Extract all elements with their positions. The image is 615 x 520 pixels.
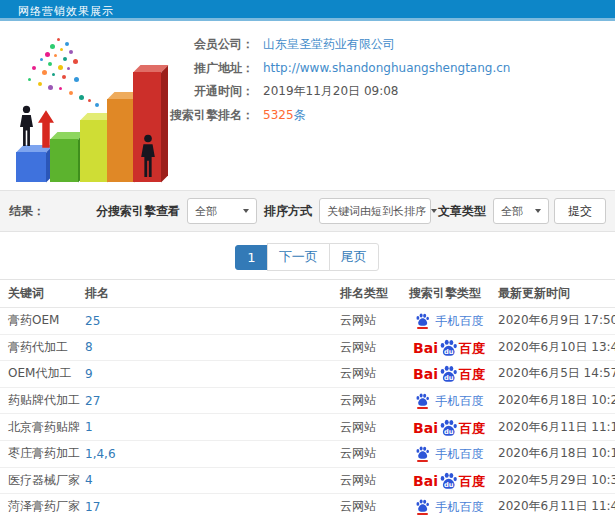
table-row: 医疗器械厂家4云网站Bai du 百度2020年5月29日 10:32	[0, 467, 615, 494]
red-underline	[417, 513, 428, 515]
confetti-dot	[28, 78, 31, 81]
svg-text:du: du	[444, 374, 454, 382]
updated-cell: 2020年5月29日 10:32	[493, 467, 615, 494]
confetti-dot	[45, 52, 50, 57]
submit-button[interactable]: 提交	[554, 198, 606, 224]
next-page-button[interactable]: 下一页	[267, 243, 330, 271]
engine-filter-label: 分搜索引擎查看	[96, 203, 180, 220]
confetti-dot	[60, 48, 63, 51]
baidu-logo: Bai du 百度	[413, 339, 485, 355]
table-header-row: 关键词 排名 排名类型 搜索引擎类型 最新更新时间	[0, 280, 615, 308]
confetti-dot	[48, 62, 52, 66]
engine-cell: Bai du 百度	[405, 361, 493, 388]
header-rank-type: 排名类型	[340, 280, 405, 308]
bar-yellow	[80, 120, 107, 182]
bar-chart-illustration	[2, 34, 184, 186]
header-rank: 排名	[85, 280, 340, 308]
confetti-dot	[65, 42, 69, 46]
baidu-logo: Bai du 百度	[413, 472, 485, 488]
rank-type-cell: 云网站	[340, 494, 405, 520]
mobile-baidu-badge: 手机百度	[415, 393, 484, 409]
businessman-figure-right	[138, 132, 158, 182]
rank-cell[interactable]: 17	[85, 494, 340, 520]
updated-cell: 2020年6月18日 10:25	[493, 387, 615, 414]
rank-cell[interactable]: 9	[85, 361, 340, 388]
updated-cell: 2020年6月10日 13:40	[493, 334, 615, 361]
keyword-cell: 膏药代加工	[0, 334, 85, 361]
updated-cell: 2020年6月9日 17:50	[493, 308, 615, 335]
confetti-dot	[48, 85, 53, 90]
baidu-paw-icon: du	[439, 419, 458, 436]
article-type-label: 文章类型	[438, 203, 486, 220]
header-keyword: 关键词	[0, 280, 85, 308]
rank-count: 5325条	[263, 104, 306, 128]
filter-bar: 结果： 分搜索引擎查看 全部 排序方式 关键词由短到长排序 文章类型 全部 提交	[0, 190, 615, 232]
table-row: 枣庄膏药加工1,4,6云网站 手机百度2020年6月18日 10:19	[0, 440, 615, 467]
confetti-dot	[62, 75, 66, 79]
mobile-baidu-badge: 手机百度	[415, 446, 484, 462]
last-page-button[interactable]: 尾页	[329, 243, 379, 271]
rank-type-cell: 云网站	[340, 361, 405, 388]
article-select-value: 全部	[501, 204, 523, 219]
header-engine-type: 搜索引擎类型	[405, 280, 493, 308]
rank-type-cell: 云网站	[340, 440, 405, 467]
confetti-dot	[88, 99, 91, 102]
filter-controls: 分搜索引擎查看 全部 排序方式 关键词由短到长排序 文章类型 全部 提交	[94, 198, 606, 224]
confetti-dot	[38, 82, 42, 86]
title-bar: 网络营销效果展示	[0, 0, 615, 21]
engine-select[interactable]: 全部	[187, 198, 257, 224]
baidu-paw-icon: du	[439, 339, 458, 356]
keyword-cell: 北京膏药贴牌	[0, 414, 85, 441]
confetti-dot	[79, 95, 84, 100]
rank-type-cell: 云网站	[340, 334, 405, 361]
updated-cell: 2020年6月11日 11:40	[493, 494, 615, 520]
company-info: 会员公司：山东皇圣堂药业有限公司推广地址：http://www.shandong…	[168, 33, 608, 127]
mobile-baidu-badge: 手机百度	[415, 499, 484, 515]
info-label: 搜索引擎排名：	[168, 104, 254, 128]
bar-green	[50, 139, 78, 182]
table-row: 膏药OEM25云网站 手机百度2020年6月9日 17:50	[0, 308, 615, 335]
sort-select[interactable]: 关键词由短到长排序	[319, 198, 431, 224]
header-updated: 最新更新时间	[493, 280, 615, 308]
info-value-link[interactable]: 山东皇圣堂药业有限公司	[263, 33, 395, 57]
rank-cell[interactable]: 1,4,6	[85, 440, 340, 467]
info-label: 会员公司：	[168, 33, 254, 57]
sort-filter-label: 排序方式	[264, 203, 312, 220]
pagination: 1下一页尾页	[0, 243, 615, 271]
engine-cell: 手机百度	[405, 440, 493, 467]
rank-cell[interactable]: 27	[85, 387, 340, 414]
confetti-dot	[40, 58, 43, 61]
article-type-select[interactable]: 全部	[493, 198, 549, 224]
info-row: 推广地址：http://www.shandonghuangshengtang.c…	[168, 57, 608, 81]
table-row: 膏药代加工8云网站Bai du 百度2020年6月10日 13:40	[0, 334, 615, 361]
rank-cell[interactable]: 8	[85, 334, 340, 361]
svg-text:du: du	[444, 428, 454, 436]
confetti-dot	[59, 87, 62, 90]
keyword-cell: OEM代加工	[0, 361, 85, 388]
red-underline	[417, 460, 428, 462]
info-row: 开通时间：2019年11月20日 09:08	[168, 80, 608, 104]
info-label: 开通时间：	[168, 80, 254, 104]
red-underline	[417, 407, 428, 409]
info-label: 推广地址：	[168, 57, 254, 81]
keyword-rank-table: 关键词 排名 排名类型 搜索引擎类型 最新更新时间 膏药OEM25云网站 手机百…	[0, 279, 615, 520]
growth-arrow-icon	[38, 108, 54, 150]
rank-cell[interactable]: 25	[85, 308, 340, 335]
confetti-dot	[57, 38, 60, 41]
baidu-paw-icon	[415, 499, 430, 512]
rank-type-cell: 云网站	[340, 414, 405, 441]
baidu-paw-icon	[415, 313, 430, 326]
info-value-link[interactable]: http://www.shandonghuangshengtang.cn	[263, 57, 510, 81]
confetti-dot	[63, 57, 67, 61]
confetti-dot	[50, 44, 55, 49]
keyword-cell: 药贴牌代加工	[0, 387, 85, 414]
rank-cell[interactable]: 1	[85, 414, 340, 441]
engine-cell: Bai du 百度	[405, 414, 493, 441]
engine-cell: 手机百度	[405, 494, 493, 520]
baidu-logo: Bai du 百度	[413, 365, 485, 381]
confetti-dot	[54, 54, 57, 57]
keyword-cell: 菏泽膏药厂家	[0, 494, 85, 520]
red-underline	[417, 327, 428, 329]
rank-cell[interactable]: 4	[85, 467, 340, 494]
page-button-1[interactable]: 1	[235, 245, 267, 270]
